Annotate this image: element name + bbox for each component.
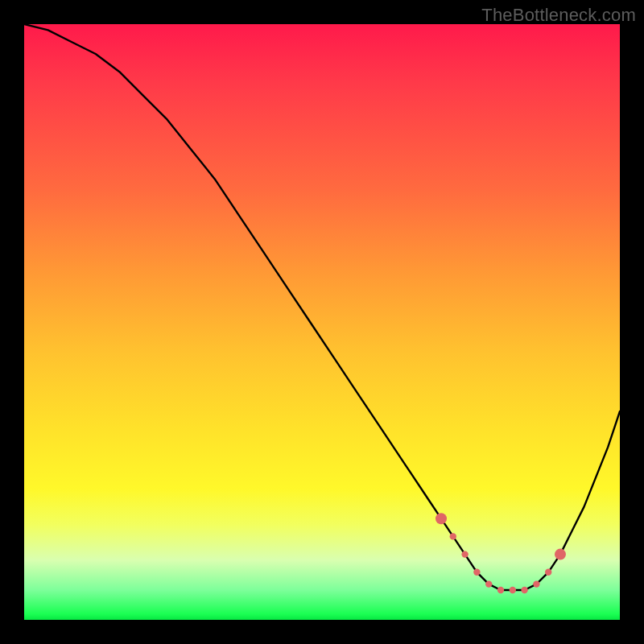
marker-dot: [461, 551, 468, 557]
marker-dot: [436, 513, 447, 524]
marker-dot: [555, 549, 566, 560]
plot-area: [24, 24, 620, 620]
marker-dot: [450, 533, 456, 539]
chart-stage: TheBottleneck.com: [0, 0, 644, 644]
bottleneck-curve: [24, 24, 620, 590]
marker-dot: [485, 580, 492, 587]
attribution-label: TheBottleneck.com: [481, 5, 636, 26]
optimal-band-markers: [436, 513, 566, 593]
marker-dot: [521, 587, 527, 593]
marker-dot: [533, 580, 539, 587]
marker-dot: [510, 587, 516, 593]
marker-dot: [545, 569, 551, 576]
marker-dot: [473, 569, 480, 576]
curve-layer: [24, 24, 620, 620]
marker-dot: [497, 587, 504, 593]
